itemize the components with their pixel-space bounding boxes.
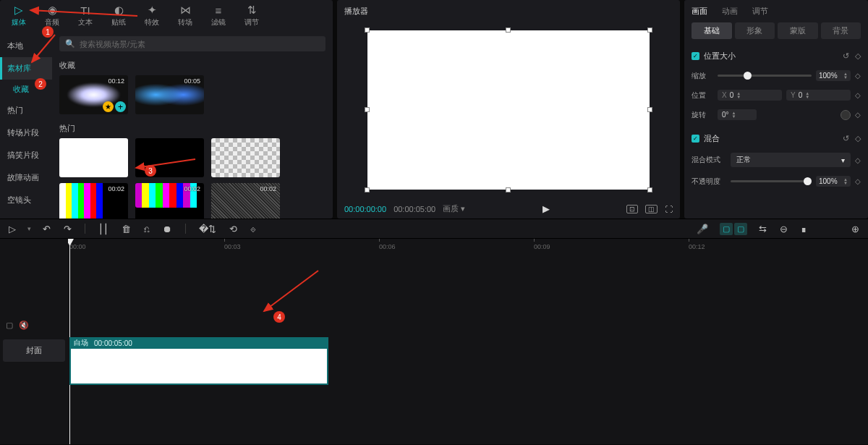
keyframe-icon[interactable]: ◇ xyxy=(855,51,861,61)
sub-tab-basic[interactable]: 基础 xyxy=(692,22,732,39)
delete-button[interactable]: 🗑 xyxy=(120,222,132,236)
timeline-clip[interactable]: 白场 00:00:05:00 xyxy=(69,347,328,385)
pos-y-input[interactable]: Y0▲▼ xyxy=(786,90,851,101)
star-icon[interactable]: ★ xyxy=(103,101,114,112)
select-tool[interactable]: ▷ xyxy=(7,222,17,236)
search-input[interactable] xyxy=(80,40,320,48)
player-canvas-wrap[interactable] xyxy=(344,21,673,199)
player-canvas[interactable] xyxy=(367,30,650,190)
inspector-tab-animation[interactable]: 动画 xyxy=(722,6,738,17)
asset-thumb-smpte2[interactable]: 00:02 xyxy=(135,183,204,219)
inspector-tab-picture[interactable]: 画面 xyxy=(692,6,707,17)
search-box[interactable]: 🔍 xyxy=(59,36,326,51)
tool-btn[interactable]: ⎌ xyxy=(142,222,151,236)
resize-handle[interactable] xyxy=(647,107,652,112)
reset-icon[interactable]: ↺ xyxy=(843,134,849,143)
toggle-track-icon[interactable]: ▢ xyxy=(6,321,13,330)
stepper-icon[interactable]: ▲▼ xyxy=(843,72,848,80)
main-tab-transition[interactable]: ⋈转场 xyxy=(171,3,200,29)
checkbox-icon[interactable]: ✓ xyxy=(692,135,699,143)
sub-tab-avatar[interactable]: 形象 xyxy=(735,22,775,39)
inspector-tab-adjust[interactable]: 调节 xyxy=(752,6,768,17)
timeline-tracks[interactable]: 00:00 00:03 00:06 00:09 00:12 白场 00:00:0… xyxy=(68,239,868,444)
asset-thumb-noise[interactable]: 00:02 xyxy=(211,183,280,219)
resize-handle[interactable] xyxy=(365,187,370,192)
side-nav-hot[interactable]: 热门 xyxy=(0,99,52,122)
main-tab-sticker[interactable]: ◐贴纸 xyxy=(104,3,133,29)
tool-btn[interactable]: ⏺ xyxy=(161,222,174,236)
asset-thumb-transparent[interactable] xyxy=(211,138,280,177)
play-button[interactable]: ▶ xyxy=(472,203,619,214)
opacity-value[interactable]: 100%▲▼ xyxy=(816,176,851,187)
stepper-icon[interactable]: ▲▼ xyxy=(843,178,848,185)
magnet-btn[interactable]: ▢ xyxy=(734,223,747,235)
fullscreen-icon[interactable]: ⛶ xyxy=(665,205,673,213)
main-tab-audio[interactable]: ◉音频 xyxy=(38,3,67,29)
resize-handle[interactable] xyxy=(647,27,652,33)
undo-button[interactable]: ↶ xyxy=(41,222,52,236)
resize-handle[interactable] xyxy=(647,187,652,192)
split-button[interactable]: ⎮⎮ xyxy=(97,222,110,236)
pos-x-input[interactable]: X0▲▼ xyxy=(718,90,782,101)
scale-slider[interactable] xyxy=(718,75,812,77)
asset-thumb-black[interactable] xyxy=(135,138,204,177)
side-nav-library[interactable]: 素材库 xyxy=(0,57,52,80)
cover-button[interactable]: 封面 xyxy=(3,339,65,362)
asset-thumb-white[interactable] xyxy=(59,138,128,177)
stepper-icon[interactable]: ▲▼ xyxy=(732,111,736,119)
stepper-icon[interactable]: ▲▼ xyxy=(736,92,741,99)
asset-thumb-smpte[interactable]: 00:02 xyxy=(59,183,128,219)
zoom-in-button[interactable]: ⊕ xyxy=(850,222,861,236)
resize-handle[interactable] xyxy=(365,27,370,33)
keyframe-icon[interactable]: ◇ xyxy=(855,72,861,80)
checkbox-icon[interactable]: ✓ xyxy=(692,52,699,60)
keyframe-icon[interactable]: ◇ xyxy=(855,111,861,119)
resize-handle[interactable] xyxy=(506,27,511,33)
crop-button[interactable]: ⟐ xyxy=(249,222,258,236)
main-tab-adjust[interactable]: ⇅调节 xyxy=(237,3,266,29)
side-nav-empty[interactable]: 空镜头 xyxy=(0,189,52,211)
rotation-dial[interactable] xyxy=(841,110,851,120)
main-tab-media[interactable]: ▷媒体 xyxy=(4,3,33,29)
keyframe-icon[interactable]: ◇ xyxy=(855,91,861,99)
asset-thumb[interactable]: 00:05 xyxy=(135,75,204,114)
mute-track-icon[interactable]: 🔇 xyxy=(19,321,29,330)
scale-value[interactable]: 100%▲▼ xyxy=(816,70,851,81)
reset-icon[interactable]: ↺ xyxy=(843,51,849,61)
clip-header[interactable]: 白场 00:00:05:00 xyxy=(69,337,328,349)
mirror-button[interactable]: �⇅ xyxy=(197,222,218,236)
quality-dropdown[interactable]: 画质 ▾ xyxy=(443,203,465,214)
zoom-out-button[interactable]: ⊖ xyxy=(778,222,789,236)
compare-icon[interactable]: ◫ xyxy=(645,205,658,213)
keyframe-icon[interactable]: ◇ xyxy=(855,134,861,143)
rotate-button[interactable]: ⟲ xyxy=(228,222,239,236)
link-button[interactable]: ⇆ xyxy=(757,222,768,236)
mic-button[interactable]: 🎤 xyxy=(695,222,710,236)
redo-button[interactable]: ↷ xyxy=(62,222,73,236)
side-nav-glitch[interactable]: 故障动画 xyxy=(0,166,52,189)
snap-button[interactable]: ∎ xyxy=(799,222,808,236)
sub-tab-mask[interactable]: 蒙版 xyxy=(778,22,818,39)
add-icon[interactable]: + xyxy=(115,101,126,112)
side-nav-favorites[interactable]: 收藏 xyxy=(0,80,52,99)
side-nav-intro[interactable]: 片头 xyxy=(0,211,52,219)
magnet-btn[interactable]: ▢ xyxy=(720,223,733,235)
stepper-icon[interactable]: ▲▼ xyxy=(805,92,809,99)
blend-mode-select[interactable]: 正常▾ xyxy=(731,153,851,167)
opacity-slider[interactable] xyxy=(731,180,812,182)
resize-handle[interactable] xyxy=(506,187,511,192)
sub-tab-bg[interactable]: 背景 xyxy=(821,22,861,39)
main-tab-filter[interactable]: ≡滤镜 xyxy=(204,3,233,29)
side-nav-funny[interactable]: 搞笑片段 xyxy=(0,144,52,166)
main-tab-text[interactable]: TI文本 xyxy=(71,3,100,29)
time-ruler[interactable]: 00:00 00:03 00:06 00:09 00:12 xyxy=(68,239,868,258)
keyframe-icon[interactable]: ◇ xyxy=(855,177,861,185)
keyframe-icon[interactable]: ◇ xyxy=(855,156,861,164)
resize-handle[interactable] xyxy=(365,107,370,112)
main-tab-effect[interactable]: ✦特效 xyxy=(137,3,166,29)
side-nav-transition[interactable]: 转场片段 xyxy=(0,122,52,144)
asset-thumb[interactable]: 00:12 ★ + xyxy=(59,75,128,114)
side-nav-local[interactable]: 本地 xyxy=(0,35,52,57)
ratio-icon[interactable]: ⊡ xyxy=(626,205,638,213)
rotation-input[interactable]: 0°▲▼ xyxy=(718,109,757,120)
